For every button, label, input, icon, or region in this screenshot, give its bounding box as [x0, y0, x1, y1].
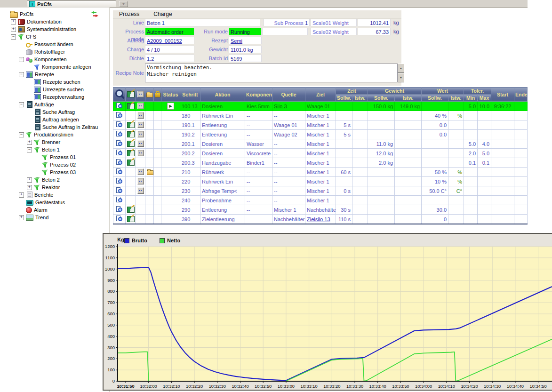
- table-row-step-200.2[interactable]: 200.2DosierenViscocrete--Mischer 112.0 k…: [113, 149, 528, 158]
- table-row-step-210[interactable]: 210Rührwerk----Mischer 160 s50 %%: [113, 168, 528, 177]
- row-search-icon[interactable]: [116, 178, 123, 184]
- tree-item-cfs[interactable]: −CFS: [0, 33, 109, 40]
- edit-log-icon[interactable]: [127, 150, 135, 156]
- col-header-aktion[interactable]: Aktion: [200, 88, 245, 102]
- tree-toggle-minus-icon[interactable]: −: [19, 132, 24, 137]
- col-header-quelle[interactable]: Quelle: [272, 88, 305, 102]
- folder-icon[interactable]: [147, 170, 153, 175]
- col-header-search[interactable]: [113, 88, 126, 102]
- col-header-status[interactable]: Status: [161, 88, 180, 102]
- tree-item-urrezepte-suchen[interactable]: Urrezepte suchen: [0, 86, 109, 93]
- table-row-step-220[interactable]: 220Rührwerk Ein----Mischer 110 %%: [113, 177, 528, 186]
- tree-item-passwort-ndern[interactable]: Passwort ändern: [0, 40, 109, 48]
- col-subheader-istw[interactable]: Istw.: [395, 95, 422, 102]
- edit-log-icon[interactable]: [127, 207, 135, 213]
- col-subheader-istw[interactable]: Istw.: [352, 95, 368, 102]
- chart-icon[interactable]: [137, 168, 144, 175]
- linie-field[interactable]: Beton 1: [145, 19, 260, 26]
- tree-item-pxcfs[interactable]: PxCfs: [0, 10, 109, 18]
- col-subheader-sollw[interactable]: Sollw.: [422, 95, 448, 102]
- tree-item-brenner[interactable]: +Brenner: [0, 138, 109, 146]
- chart-icon[interactable]: [137, 121, 144, 128]
- tab-charge[interactable]: Charge: [153, 11, 172, 17]
- tree-toggle-plus-icon[interactable]: +: [27, 140, 32, 145]
- col-header-wert[interactable]: Wert: [422, 88, 464, 95]
- edit-log-icon[interactable]: [127, 141, 135, 147]
- tree-item-komponente-anlegen[interactable]: Komponente anlegen: [0, 63, 109, 71]
- tree-toggle-plus-icon[interactable]: +: [19, 215, 24, 220]
- tree-item-prozess-02[interactable]: Prozess 02: [0, 161, 109, 168]
- tree-item-ger-testatus[interactable]: Gerätestatus: [0, 199, 109, 206]
- tree-item-systemadministration[interactable]: +Systemadministration: [0, 25, 109, 33]
- tree-toggle-plus-icon[interactable]: +: [27, 185, 32, 190]
- edit-log-icon[interactable]: [127, 131, 135, 137]
- auftrag-link[interactable]: A2009_000152: [147, 38, 182, 44]
- row-search-icon[interactable]: [116, 206, 123, 212]
- tree-toggle-plus-icon[interactable]: +: [11, 27, 16, 32]
- tree-item-rezeptverwaltung[interactable]: Rezeptverwaltung: [0, 93, 109, 101]
- col-header-schritt[interactable]: Schritt: [180, 88, 200, 102]
- tree-item-berichte[interactable]: +Berichte: [0, 191, 109, 199]
- edit-log-icon[interactable]: [127, 160, 135, 166]
- splitter-handle[interactable]: ÷: [119, 1, 128, 7]
- tree-item-rezepte-suchen[interactable]: Rezepte suchen: [0, 78, 109, 86]
- tree-item-auftrag-anlegen[interactable]: Auftrag anlegen: [0, 116, 109, 123]
- tree-item-rohstofflager[interactable]: Rohstofflager: [0, 48, 109, 56]
- col-header-komponente[interactable]: Komponente: [245, 88, 272, 102]
- edit-log-icon[interactable]: [127, 216, 135, 222]
- chart-icon[interactable]: [137, 140, 144, 147]
- col-header-edit-log[interactable]: [126, 88, 136, 102]
- table-row-step-180[interactable]: 180Rührwerk Ein----Mischer 140 %%: [113, 111, 528, 120]
- col-subheader-max[interactable]: Max: [478, 95, 491, 102]
- tree-toggle-plus-icon[interactable]: +: [11, 19, 16, 24]
- col-header-zeit[interactable]: Zeit: [336, 88, 368, 95]
- edit-log-icon[interactable]: [127, 103, 135, 109]
- chart-icon[interactable]: [137, 187, 144, 194]
- row-search-icon[interactable]: [116, 168, 123, 175]
- table-row-step-190.1[interactable]: 190.1Entleerung--Waage 01Mischer 15 s0.0: [113, 120, 528, 130]
- tree-item-komponenten[interactable]: −Komponenten: [0, 56, 109, 63]
- ziel-cell-link[interactable]: Zielsilo 13: [307, 216, 330, 222]
- tree-item-prozess-01[interactable]: Prozess 01: [0, 153, 109, 161]
- refresh-icon[interactable]: [91, 11, 99, 17]
- app-tab[interactable]: I PxCfs: [27, 0, 116, 7]
- col-header-folder[interactable]: [145, 88, 154, 102]
- row-search-icon[interactable]: [116, 187, 123, 193]
- tree-item-alarm[interactable]: Alarm: [0, 206, 109, 214]
- row-search-icon[interactable]: [116, 112, 123, 118]
- tree-toggle-plus-icon[interactable]: +: [19, 192, 24, 198]
- row-search-icon[interactable]: [116, 150, 123, 156]
- chart-icon[interactable]: [137, 112, 144, 119]
- col-subheader-min[interactable]: Min: [464, 95, 478, 102]
- row-search-icon[interactable]: [116, 131, 123, 137]
- table-row-step-240[interactable]: 240Probenahme----Mischer 1: [113, 196, 528, 205]
- table-row-step-100.13[interactable]: ▶100.13DosierenKies 5mmSilo 3Waage 01150…: [113, 102, 528, 111]
- tree-toggle-minus-icon[interactable]: −: [19, 102, 24, 107]
- spin-up-icon[interactable]: ▲: [398, 64, 404, 73]
- chart-icon[interactable]: [137, 150, 144, 156]
- rezept-link[interactable]: Semi: [231, 38, 242, 44]
- recipe-note-input[interactable]: Vormischung beachten. Mischer reinigen: [145, 64, 398, 82]
- chart-icon[interactable]: [137, 178, 144, 184]
- col-header-toler[interactable]: Toler.: [464, 88, 491, 95]
- tree-item-dokumentation[interactable]: +Dokumentation: [0, 18, 109, 25]
- tree-item-reaktor[interactable]: +Reaktor: [0, 184, 109, 191]
- row-search-icon[interactable]: [116, 216, 123, 222]
- col-subheader-sollw[interactable]: Sollw.: [336, 95, 352, 102]
- tree-item-suche-auftrag-in-zeitrau[interactable]: Suche Auftrag in Zeitrau: [0, 123, 109, 131]
- tree-item-prozess-03[interactable]: Prozess 03: [0, 168, 109, 176]
- table-row-step-200.3[interactable]: 200.3HandzugabeBinder1--Mischer 12.0 kg0…: [113, 158, 528, 168]
- tree-toggle-plus-icon[interactable]: +: [27, 177, 32, 183]
- spin-down-icon[interactable]: ▼: [398, 73, 404, 82]
- col-subheader-sollw[interactable]: Sollw.: [368, 95, 395, 102]
- tree-item-produktionslinien[interactable]: −Produktionslinien: [0, 131, 109, 138]
- tab-prozess[interactable]: Prozess: [119, 11, 139, 17]
- col-header-start[interactable]: Start: [491, 88, 514, 102]
- row-search-icon[interactable]: [116, 121, 123, 128]
- quelle-cell-link[interactable]: Silo 3: [274, 104, 287, 109]
- tree-item-beton-2[interactable]: +Beton 2: [0, 176, 109, 184]
- row-search-icon[interactable]: [116, 197, 123, 203]
- tree-toggle-minus-icon[interactable]: −: [19, 72, 24, 77]
- tree-item-rezepte[interactable]: −Rezepte: [0, 71, 109, 78]
- col-header-gewicht[interactable]: Gewicht: [368, 88, 422, 95]
